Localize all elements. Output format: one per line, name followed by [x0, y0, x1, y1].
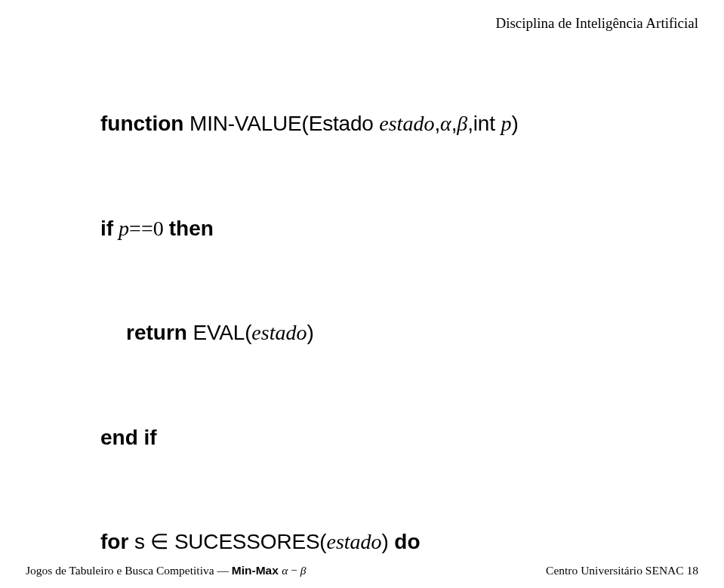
fn-name: MIN-VALUE(: [183, 112, 308, 135]
page-header-right: Disciplina de Inteligência Artificial: [495, 15, 698, 32]
keyword-function: function: [100, 112, 183, 135]
arg-estado: estado: [251, 321, 307, 344]
alpha: α: [282, 564, 291, 577]
close: ): [307, 321, 313, 344]
type-int: int: [473, 112, 501, 135]
close: ): [382, 530, 395, 553]
keyword-then: then: [169, 217, 214, 240]
keyword-if: if: [100, 217, 113, 240]
page-footer: Jogos de Tabuleiro e Busca Competitiva —…: [26, 564, 698, 577]
keyword-for: for: [100, 530, 128, 553]
param-p: p: [501, 112, 511, 135]
param-estado: estado: [379, 112, 434, 135]
fn-sucessores: SUCESSORES(: [168, 530, 326, 553]
footer-topic: Jogos de Tabuleiro e Busca Competitiva —: [26, 564, 232, 577]
code-line-1: function MIN-VALUE(Estado estado,α,β,int…: [79, 72, 519, 177]
code-line-4: end if: [79, 386, 519, 491]
keyword-do: do: [394, 530, 420, 553]
alpha: α: [440, 112, 451, 135]
keyword-return: return: [126, 321, 187, 344]
minus: −: [291, 564, 300, 577]
beta: β: [300, 564, 307, 577]
beta: β: [457, 112, 467, 135]
footer-left: Jogos de Tabuleiro e Busca Competitiva —…: [26, 564, 307, 577]
arg-estado: estado: [327, 530, 382, 553]
fn-eval: EVAL(: [187, 321, 251, 344]
code-line-3: return EVAL(estado): [105, 281, 519, 386]
pseudocode-block: function MIN-VALUE(Estado estado,α,β,int…: [79, 72, 519, 588]
type: Estado: [309, 112, 380, 135]
elem-of: ∈: [150, 530, 168, 553]
sep: ,: [467, 112, 473, 135]
keyword-endif: end if: [100, 426, 157, 449]
footer-section: Min-Max: [232, 564, 282, 577]
course-title: Disciplina de Inteligência Artificial: [495, 15, 698, 31]
code-line-2: if p==0 then: [79, 177, 519, 282]
eq-zero: ==0: [129, 217, 169, 240]
var-s: s: [128, 530, 150, 553]
close-paren: ): [511, 112, 518, 135]
sep: ,: [434, 112, 440, 135]
footer-right: Centro Universitário SENAC 18: [546, 564, 698, 577]
var-p: p: [113, 217, 129, 240]
